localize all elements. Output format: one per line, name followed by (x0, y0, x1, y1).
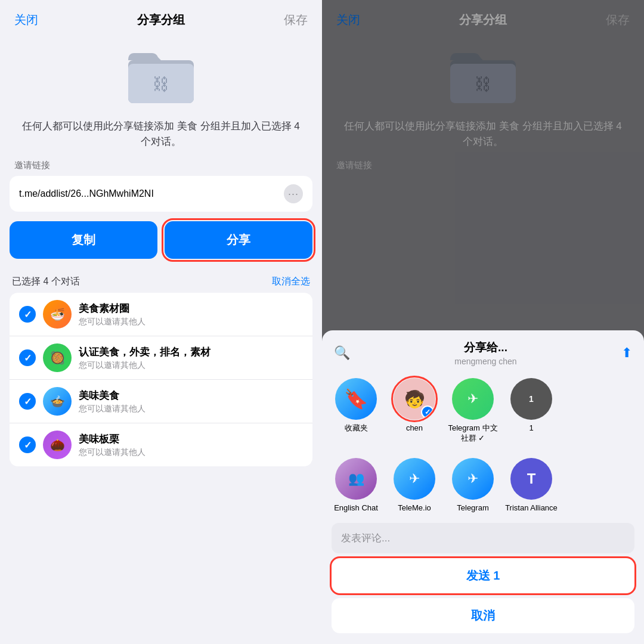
share-modal-header: 🔍 分享给... mengmeng chen ⬆ (322, 330, 644, 369)
contact-one[interactable]: 1 1 (504, 378, 558, 444)
left-header: 关闭 分享分组 保存 (0, 0, 322, 35)
contact-english-chat[interactable]: 👥 English Chat (329, 458, 383, 513)
chat-name-1: 美食素材圈 (79, 302, 303, 315)
chat-item-3[interactable]: ✓ 🍲 美味美食 您可以邀请其他人 (10, 380, 312, 423)
contact-name-english-chat: English Chat (334, 503, 378, 513)
contact-name-tristan: Tristan Alliance (505, 503, 558, 513)
contact-avatar-one: 1 (510, 378, 552, 420)
contact-avatar-bookmark: 🔖 (335, 378, 377, 420)
chat-sub-3: 您可以邀请其他人 (79, 404, 303, 414)
chat-item-4[interactable]: ✓ 🌰 美味板栗 您可以邀请其他人 (10, 423, 312, 466)
chat-item-2[interactable]: ✓ 🥘 认证美食，外卖，排名，素材 您可以邀请其他人 (10, 336, 312, 380)
chat-avatar-photo-1: 🍜 (43, 300, 72, 329)
chat-sub-4: 您可以邀请其他人 (79, 447, 303, 458)
contact-avatar-english-chat: 👥 (335, 458, 377, 500)
svg-text:✈: ✈ (467, 391, 478, 406)
chat-sub-1: 您可以邀请其他人 (79, 317, 303, 327)
check-icon-4: ✓ (19, 436, 36, 453)
share-button[interactable]: 分享 (165, 221, 312, 259)
svg-text:✈: ✈ (409, 471, 420, 486)
share-subtitle: mengmeng chen (350, 357, 621, 366)
svg-text:✈: ✈ (467, 471, 478, 486)
chat-name-3: 美味美食 (79, 389, 303, 402)
chat-avatar-photo-2: 🥘 (43, 343, 72, 372)
left-link-box: t.me/addlist/26...NGhMwhiM2NI ··· (10, 176, 312, 212)
more-dots-button[interactable]: ··· (284, 184, 303, 203)
left-panel: 关闭 分享分组 保存 ⛓ 任何人都可以使用此分享链接添加 美食 分组并且加入已选… (0, 0, 322, 644)
contact-name-one: 1 (529, 423, 533, 434)
chat-avatar-2: 🥘 (43, 343, 72, 372)
contact-teleme[interactable]: ✈ TeleMe.io (388, 458, 441, 513)
contacts-row-1: 🔖 收藏夹 🧒 ✓ chen ✈ (322, 369, 644, 448)
copy-button[interactable]: 复制 (10, 221, 157, 259)
contact-telegram-cn[interactable]: ✈ Telegram 中文社群 ✓ (446, 378, 500, 444)
chat-info-1: 美食素材圈 您可以邀请其他人 (79, 302, 303, 327)
send-button[interactable]: 发送 1 (332, 558, 634, 593)
chat-avatar-photo-3: 🍲 (43, 387, 72, 416)
selected-count-label: 已选择 4 个对话 (12, 275, 80, 288)
cancel-button-text: 取消 (471, 608, 495, 624)
svg-text:⛓: ⛓ (153, 75, 169, 94)
contact-avatar-chen: 🧒 ✓ (394, 378, 435, 420)
contact-name-chen: chen (406, 423, 423, 434)
chat-info-4: 美味板栗 您可以邀请其他人 (79, 432, 303, 458)
share-title-block: 分享给... mengmeng chen (350, 340, 621, 366)
folder-icon: ⛓ (125, 47, 197, 107)
left-invite-label: 邀请链接 (0, 160, 322, 176)
contact-avatar-telegram: ✈ (452, 458, 494, 500)
chat-name-4: 美味板栗 (79, 432, 303, 446)
contact-tristan[interactable]: T Tristan Alliance (504, 458, 558, 513)
contact-name-bookmark: 收藏夹 (345, 423, 368, 434)
chat-avatar-photo-4: 🌰 (43, 431, 72, 459)
share-upload-icon[interactable]: ⬆ (621, 345, 632, 361)
chen-checkmark-badge: ✓ (421, 405, 434, 419)
contacts-row-2: 👥 English Chat ✈ TeleMe.io ✈ Telegra (322, 448, 644, 518)
right-panel: 关闭 分享分组 保存 ⛓ 任何人都可以使用此分享链接添加 美食 分组并且加入已选… (322, 0, 644, 644)
left-link-text: t.me/addlist/26...NGhMwhiM2NI (19, 188, 278, 199)
left-description: 任何人都可以使用此分享链接添加 美食 分组并且加入已选择 4 个对话。 (0, 113, 322, 160)
chat-avatar-3: 🍲 (43, 387, 72, 416)
chat-name-2: 认证美食，外卖，排名，素材 (79, 345, 303, 359)
left-action-buttons: 复制 分享 (0, 221, 322, 271)
selected-header: 已选择 4 个对话 取消全选 (0, 271, 322, 293)
contact-avatar-teleme: ✈ (394, 458, 435, 500)
comment-box[interactable]: 发表评论... (332, 523, 634, 553)
send-button-text: 发送 1 (466, 568, 500, 584)
deselect-all-button[interactable]: 取消全选 (272, 275, 310, 288)
more-dots-icon: ··· (288, 188, 299, 200)
share-modal: 🔍 分享给... mengmeng chen ⬆ 🔖 收藏夹 (322, 330, 644, 644)
share-search-icon[interactable]: 🔍 (334, 345, 350, 361)
share-modal-overlay: 🔍 分享给... mengmeng chen ⬆ 🔖 收藏夹 (322, 0, 644, 644)
check-icon-2: ✓ (19, 349, 36, 366)
left-close-button[interactable]: 关闭 (14, 12, 38, 28)
contact-avatar-tristan: T (510, 458, 552, 500)
contact-telegram[interactable]: ✈ Telegram (446, 458, 500, 513)
share-title: 分享给... (350, 340, 621, 355)
chat-sub-2: 您可以邀请其他人 (79, 360, 303, 371)
contact-name-teleme: TeleMe.io (398, 503, 431, 513)
contact-bookmark[interactable]: 🔖 收藏夹 (329, 378, 383, 444)
check-icon-1: ✓ (19, 306, 36, 323)
left-save-button[interactable]: 保存 (284, 12, 308, 28)
left-chat-list: ✓ 🍜 美食素材圈 您可以邀请其他人 ✓ 🥘 认证美食，外卖，排名，素材 您可以… (10, 293, 312, 466)
contact-name-telegram-cn: Telegram 中文社群 ✓ (448, 423, 497, 444)
comment-placeholder: 发表评论... (341, 532, 390, 544)
contact-name-telegram: Telegram (457, 503, 488, 513)
check-icon-3: ✓ (19, 393, 36, 410)
left-title: 分享分组 (137, 12, 185, 28)
contact-avatar-telegram-cn: ✈ (452, 378, 494, 420)
folder-icon-container: ⛓ (0, 35, 322, 113)
cancel-button[interactable]: 取消 (332, 598, 634, 633)
chat-info-2: 认证美食，外卖，排名，素材 您可以邀请其他人 (79, 345, 303, 371)
chat-info-3: 美味美食 您可以邀请其他人 (79, 389, 303, 414)
chat-avatar-1: 🍜 (43, 300, 72, 329)
contact-chen[interactable]: 🧒 ✓ chen (388, 378, 441, 444)
chat-avatar-4: 🌰 (43, 431, 72, 459)
chat-item-1[interactable]: ✓ 🍜 美食素材圈 您可以邀请其他人 (10, 293, 312, 336)
